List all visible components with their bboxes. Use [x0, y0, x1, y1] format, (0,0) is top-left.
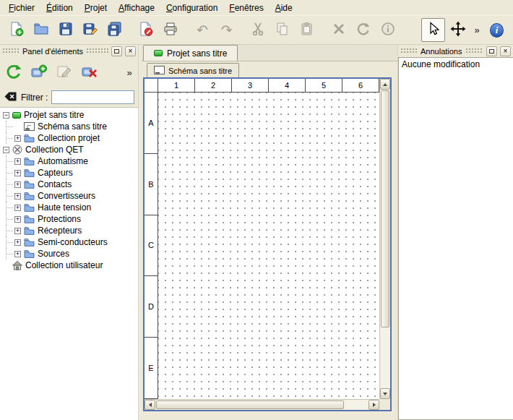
print-button[interactable] — [159, 18, 183, 42]
tree-item-semi-conducteurs[interactable]: + Semi-conducteurs — [0, 236, 138, 248]
undo-history-list[interactable]: Aucune modification — [398, 57, 513, 420]
project-icon — [154, 50, 163, 56]
copy-button[interactable] — [271, 18, 295, 42]
clear-filter-icon[interactable] — [4, 90, 17, 106]
toolbar-overflow-button[interactable]: » — [470, 18, 483, 42]
toolbar-separator — [127, 17, 134, 43]
vertical-scrollbar-thumb[interactable] — [381, 90, 389, 327]
chevron-double-right-icon: » — [474, 25, 479, 35]
tree-item-project[interactable]: − Projet sans titre — [0, 109, 138, 121]
expand-icon[interactable]: + — [14, 158, 21, 165]
scroll-up-button[interactable] — [380, 79, 390, 90]
vertical-scrollbar[interactable] — [379, 79, 390, 399]
tree-item-collection-qet[interactable]: − Collection QET — [0, 144, 138, 155]
collapse-icon[interactable]: − — [3, 147, 9, 153]
menu-aide[interactable]: Aide — [270, 1, 298, 14]
floppy-pencil-icon — [82, 21, 98, 39]
menu-fichier[interactable]: Fichier — [3, 1, 40, 14]
undo-panel-titlebar[interactable]: Annulations × — [398, 45, 513, 57]
cut-button[interactable] — [246, 18, 270, 42]
expand-icon[interactable]: + — [14, 181, 21, 188]
expand-icon[interactable]: + — [14, 228, 21, 234]
horizontal-scrollbar-track[interactable] — [345, 400, 368, 410]
ruler-row: D — [145, 276, 158, 338]
tree-item-contacts[interactable]: + Contacts — [0, 179, 138, 190]
move-tool-button[interactable] — [446, 18, 470, 42]
redo-button[interactable]: ↷ — [215, 18, 238, 42]
expand-icon[interactable]: + — [14, 170, 21, 176]
pointer-tool-button[interactable] — [421, 18, 445, 42]
menu-configuration[interactable]: Configuration — [160, 1, 223, 14]
open-project-button[interactable] — [29, 18, 53, 42]
tree-item-label: Capteurs — [38, 168, 73, 178]
tree-item-haute-tension[interactable]: + Haute tension — [0, 202, 138, 213]
menu-affichage[interactable]: Affichage — [113, 1, 160, 14]
tree-item-label: Automatisme — [38, 156, 88, 166]
tree-item-sources[interactable]: + Sources — [0, 248, 138, 260]
undo-button[interactable]: ↶ — [191, 18, 215, 42]
panel-toolbar-overflow-button[interactable]: » — [122, 61, 135, 83]
save-as-button[interactable] — [78, 18, 102, 42]
delete-button[interactable] — [327, 18, 351, 42]
close-file-button[interactable] — [134, 18, 158, 42]
tree-item-convertisseurs[interactable]: + Convertisseurs — [0, 190, 138, 202]
scroll-left-button[interactable] — [145, 400, 155, 410]
save-all-button[interactable] — [103, 18, 126, 42]
tree-item-automatisme[interactable]: + Automatisme — [0, 155, 138, 167]
close-panel-button[interactable]: × — [125, 46, 136, 56]
elements-panel-title: Panel d'éléments — [22, 47, 83, 56]
scroll-right-button[interactable] — [368, 400, 379, 410]
expand-icon[interactable]: + — [14, 216, 21, 223]
expand-icon[interactable]: + — [14, 205, 21, 211]
expand-icon[interactable]: + — [14, 193, 21, 200]
reload-collections-button[interactable] — [3, 61, 25, 83]
tree-item-capteurs[interactable]: + Capteurs — [0, 167, 138, 179]
menu-projet[interactable]: Projet — [79, 1, 113, 14]
menu-fenetres[interactable]: Fenêtres — [223, 1, 269, 14]
object-info-button[interactable] — [376, 18, 400, 42]
menu-edition[interactable]: Édition — [40, 1, 79, 14]
project-icon — [12, 112, 21, 119]
schema-canvas[interactable] — [158, 93, 379, 399]
edit-element-button[interactable] — [53, 61, 75, 83]
tree-item-schema[interactable]: Schéma sans titre — [0, 121, 138, 132]
elements-panel-titlebar[interactable]: Panel d'éléments × — [0, 45, 138, 57]
paste-button[interactable] — [296, 18, 319, 42]
tree-item-label: Récepteurs — [38, 226, 82, 236]
elements-tree: − Projet sans titre Schéma sans titre + — [0, 107, 138, 420]
new-project-button[interactable] — [4, 18, 28, 42]
tree-item-protections[interactable]: + Protections — [0, 213, 138, 225]
expand-icon[interactable]: + — [14, 251, 21, 257]
close-panel-button[interactable]: × — [500, 46, 511, 56]
float-icon — [489, 49, 494, 53]
collapse-icon[interactable]: − — [3, 112, 9, 119]
horizontal-scrollbar-thumb[interactable] — [156, 400, 344, 409]
filter-input[interactable] — [51, 90, 134, 104]
tree-item-recepteurs[interactable]: + Récepteurs — [0, 225, 138, 236]
schema-view: 1 2 3 4 5 6 A B C D E — [145, 79, 379, 399]
toolbar-separator — [239, 17, 246, 43]
rotate-button[interactable] — [352, 18, 376, 42]
float-panel-button[interactable] — [486, 46, 497, 56]
tab-projet-sans-titre[interactable]: Projet sans titre — [143, 45, 238, 61]
tab-schema-sans-titre[interactable]: Schéma sans titre — [147, 63, 239, 77]
about-qet-button[interactable]: i — [485, 18, 509, 42]
delete-x-icon — [331, 21, 347, 39]
tree-item-collection-utilisateur[interactable]: Collection utilisateur — [0, 260, 138, 271]
save-button[interactable] — [53, 18, 77, 42]
arrow-up-icon — [383, 83, 387, 86]
ruler-column: 5 — [306, 79, 342, 92]
float-panel-button[interactable] — [111, 46, 122, 56]
scroll-down-button[interactable] — [380, 388, 390, 399]
new-element-button[interactable] — [28, 61, 50, 83]
vertical-scrollbar-track[interactable] — [380, 328, 390, 388]
horizontal-scrollbar[interactable] — [145, 399, 379, 410]
expand-icon[interactable]: + — [14, 239, 21, 246]
tree-item-collection-projet[interactable]: + Collection projet — [0, 132, 138, 144]
delete-element-button[interactable] — [79, 61, 100, 83]
project-window: Schéma sans titre 1 2 3 4 5 6 — [142, 61, 397, 420]
expand-icon[interactable]: + — [14, 135, 21, 142]
folder-icon — [24, 249, 35, 258]
project-tabbar: Projet sans titre — [142, 45, 397, 61]
folder-icon — [24, 215, 35, 223]
